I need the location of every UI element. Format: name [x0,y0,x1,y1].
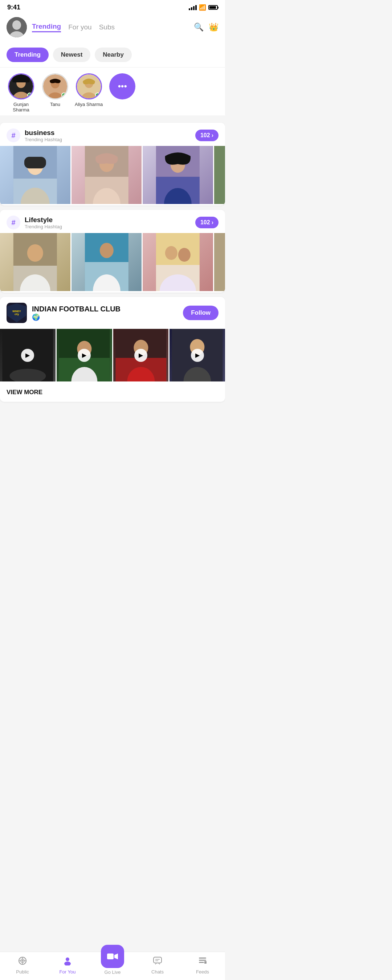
tab-trending[interactable]: Trending [32,22,61,32]
play-button[interactable]: ▶ [191,349,204,362]
story-more[interactable]: ••• More [109,73,135,107]
svg-rect-6 [12,75,30,83]
play-button[interactable]: ▶ [134,349,147,362]
club-logo-text: WINDYcity [12,310,21,315]
count-badge[interactable]: 102 › [195,217,218,228]
filter-trending[interactable]: Trending [6,48,49,62]
image-thumb[interactable] [72,233,142,291]
svg-point-37 [165,246,177,260]
follow-button[interactable]: Follow [183,305,218,320]
club-shield: WINDYcity [7,304,26,322]
nav-tabs: Trending For you Subs [32,22,189,32]
club-videos: ▶ ▶ ▶ [0,329,225,383]
story-avatar-aliya[interactable] [76,73,102,99]
battery-icon [208,5,218,10]
image-thumb[interactable] [72,146,142,204]
header-icons: 🔍 👑 [194,22,218,32]
status-time: 9:41 [7,4,20,11]
svg-point-1 [12,20,21,30]
image-thumb[interactable] [0,233,70,291]
hashtag-card-lifestyle: # Lifestyle Trending Hashtag 102 › [0,210,225,293]
section-header: # business Trending Hashtag 102 › [0,123,225,146]
tab-for-you[interactable]: For you [68,23,91,31]
crown-icon[interactable]: 👑 [209,22,218,32]
hashtag-icon: # [6,129,20,142]
svg-point-38 [178,248,191,262]
video-thumb[interactable]: ▶ [57,329,112,382]
count-badge[interactable]: 102 › [195,130,218,141]
club-header: WINDYcity INDIAN FOOTBALL CLUB 🌍 Follow [0,297,225,329]
svg-rect-40 [156,265,200,291]
story-item[interactable]: Gunjan Sharma [6,73,35,113]
section-info: business Trending Hashtag [25,129,62,142]
play-button[interactable]: ▶ [21,349,34,362]
play-button[interactable]: ▶ [78,349,91,362]
video-thumb[interactable]: ▶ [113,329,169,382]
image-row [0,233,225,293]
story-name: Tanu [50,102,60,107]
svg-rect-17 [13,178,57,204]
hashtag-icon: # [6,216,20,229]
svg-rect-26 [214,146,225,204]
signal-icon [189,5,197,10]
image-row [0,146,225,205]
online-indicator [95,92,100,98]
video-thumb[interactable]: ▶ [169,329,225,382]
online-indicator [27,92,32,98]
story-item[interactable]: Aliya Sharma [75,73,103,107]
wifi-icon: 📶 [199,4,206,11]
video-thumb[interactable]: ▶ [0,329,56,382]
club-logo: WINDYcity [6,303,27,323]
section-header: # Lifestyle Trending Hashtag 102 › [0,210,225,233]
svg-rect-41 [214,233,225,291]
club-name: INDIAN FOOTBALL CLUB [32,305,178,313]
svg-rect-35 [85,262,129,291]
section-title: business [25,129,62,137]
stories-section: Gunjan Sharma Tanu [0,67,225,115]
chevron-right-icon: › [212,219,214,226]
avatar[interactable] [6,17,27,37]
chevron-right-icon: › [212,132,214,138]
story-avatar-gunjan[interactable] [8,73,34,99]
hashtag-card-business: # business Trending Hashtag 102 › [0,123,225,205]
story-name: Aliya Sharma [75,102,103,107]
story-item[interactable]: Tanu [42,73,68,107]
status-bar: 9:41 📶 [0,0,225,13]
section-subtitle: Trending Hashtag [25,224,62,229]
filter-bar: Trending Newest Nearby [0,43,225,67]
image-thumb[interactable] [143,233,213,291]
club-card: WINDYcity INDIAN FOOTBALL CLUB 🌍 Follow … [0,297,225,402]
svg-rect-16 [24,157,46,169]
image-thumb[interactable] [0,146,70,204]
filter-nearby[interactable]: Nearby [95,48,132,62]
count-number: 102 [200,132,210,138]
count-number: 102 [200,219,210,226]
section-title: Lifestyle [25,216,62,224]
section-info: Lifestyle Trending Hashtag [25,216,62,229]
search-icon[interactable]: 🔍 [194,22,204,32]
story-avatar-tanu[interactable] [42,73,68,99]
header: Trending For you Subs 🔍 👑 [0,13,225,43]
image-thumb[interactable] [214,233,225,291]
tab-subs[interactable]: Subs [99,23,115,31]
image-thumb[interactable] [143,146,213,204]
view-more-button[interactable]: VIEW MORE [0,383,225,402]
section-subtitle: Trending Hashtag [25,137,62,142]
svg-rect-21 [85,177,129,204]
main-content: # business Trending Hashtag 102 › [0,119,225,439]
svg-point-28 [27,244,43,262]
status-icons: 📶 [189,4,218,11]
filter-newest[interactable]: Newest [53,48,91,62]
club-info: INDIAN FOOTBALL CLUB 🌍 [32,305,178,321]
story-name: Gunjan Sharma [6,102,35,113]
club-globe-icon: 🌍 [32,313,178,321]
svg-rect-30 [13,266,57,291]
svg-rect-25 [156,177,200,204]
image-thumb[interactable] [214,146,225,204]
more-button[interactable]: ••• [109,73,135,99]
online-indicator [61,92,67,98]
svg-point-33 [100,243,114,258]
